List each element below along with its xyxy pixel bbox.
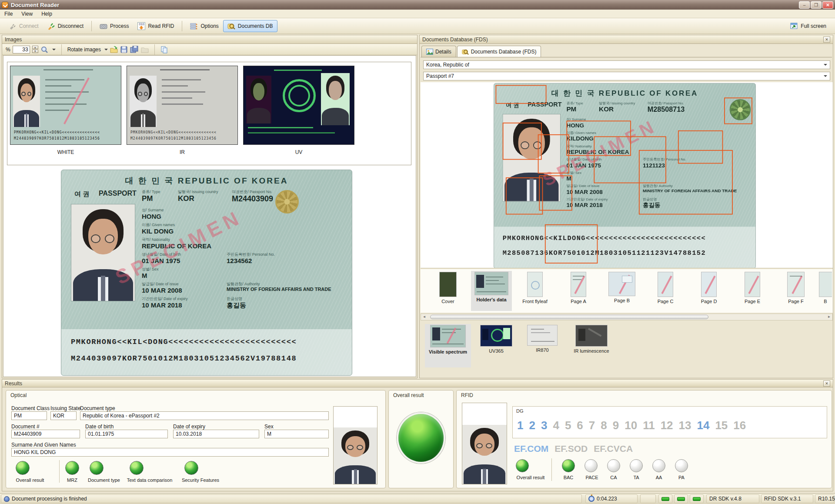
pages-scrollbar[interactable]: ◄ ► [421, 314, 833, 320]
db-passport-image[interactable]: 대 한 민 국 REPUBLIC OF KOREA 여 권 PASSPORT 종… [494, 83, 756, 268]
page-item-holders-data[interactable]: Holder's data [471, 271, 512, 311]
page-item-f[interactable]: Page F [775, 271, 816, 311]
issuing-state-field[interactable]: KOR [50, 411, 77, 420]
rfid-group: RFID DG 12345678910111213141516 EF.COMEF… [456, 390, 832, 488]
pa-led [675, 459, 688, 472]
page-item-clipped[interactable]: B [819, 271, 832, 311]
info-icon [4, 496, 10, 502]
minimize-button[interactable]: – [799, 1, 810, 9]
dg-14[interactable]: 14 [697, 419, 709, 432]
passport-header: 대 한 민 국 REPUBLIC OF KOREA [61, 175, 352, 187]
date-of-expiry-field[interactable]: 10.03.2018 [173, 430, 259, 438]
date-of-birth-label: Date of birth [85, 424, 114, 430]
light-strip: Visible spectrum UV365 IR870 [421, 322, 833, 367]
page-item-cover[interactable]: Cover [428, 271, 468, 311]
scroll-left-arrow[interactable]: ◄ [421, 314, 428, 320]
documents-db-button[interactable]: Documents DB [223, 20, 277, 32]
save-all-icon[interactable] [130, 46, 139, 53]
dg-1[interactable]: 1 [517, 419, 523, 432]
timer-cell: 0:04.223 [585, 494, 638, 503]
tab-details[interactable]: Details [421, 46, 456, 57]
rotate-images-button[interactable]: Rotate images [67, 47, 108, 53]
restore-button[interactable]: ❐ [811, 1, 822, 9]
results-close-icon[interactable]: ✕ [823, 381, 830, 387]
uv365-thumb [480, 325, 512, 347]
thumbnail-ir-label: IR [127, 149, 238, 155]
save-image-icon[interactable] [120, 46, 128, 53]
menu-help[interactable]: Help [37, 10, 57, 18]
overall-result-group: Overall result [388, 390, 454, 488]
page-item-c[interactable]: Page C [645, 271, 686, 311]
scroll-right-arrow[interactable]: ► [826, 314, 832, 320]
open-image-icon[interactable] [110, 46, 118, 53]
zoom-spinner[interactable]: ▲▼ [32, 46, 38, 53]
document-type-led [90, 461, 104, 475]
light-item-ir-luminescence[interactable]: IR luminescence [568, 324, 615, 367]
detection-box [503, 123, 542, 160]
disconnect-button[interactable]: Disconnect [43, 20, 88, 32]
rfid-overall-led [516, 459, 529, 472]
pages-strip: Cover Holder's data Front flyleaf Page A [421, 269, 833, 313]
passport-kr-doc: 여 권 [74, 190, 89, 198]
name-field[interactable]: HONG KIL DONG [11, 448, 329, 457]
light-item-uv365[interactable]: UV365 [475, 324, 517, 367]
detection-box [639, 150, 733, 215]
magnifier-icon[interactable] [40, 46, 48, 53]
document-class-field[interactable]: PM [11, 411, 47, 420]
page-item-a[interactable]: Page A [558, 271, 599, 311]
documents-db-panel: Documents Database (FDS) ✕ Details Docum… [419, 35, 833, 378]
thumbnail-uv[interactable] [243, 66, 354, 145]
page-item-front-flyleaf[interactable]: Front flyleaf [514, 271, 555, 311]
dr-sdk-cell: DR SDK v.4.8 [706, 494, 759, 503]
connect-button[interactable]: Connect [4, 20, 43, 32]
read-rfid-button[interactable]: 010 Read RFID [133, 20, 178, 32]
zoom-value-input[interactable]: 33 [13, 46, 30, 53]
document-type-field[interactable]: Republic of Korea - ePassport #2 [80, 411, 329, 420]
thumbnail-ir[interactable]: PMKORHONG<<KIL<DONG<<<<<<<<<<<<<<< M2440… [127, 66, 238, 145]
ef-com[interactable]: EF.COM [514, 444, 548, 454]
optical-group: Optical Document Class Issuing State Doc… [6, 390, 386, 488]
document-number-field[interactable]: M24403909 [11, 430, 80, 438]
options-button[interactable]: Options [186, 20, 223, 32]
rfid-sdk-cell: RFID SDK v.3.1 [761, 494, 813, 503]
page-item-e[interactable]: Page E [732, 271, 773, 311]
close-button[interactable]: ✕ [822, 1, 833, 9]
document-select[interactable]: Passport #7 [423, 72, 830, 80]
process-button[interactable]: Process [95, 20, 133, 32]
type-value: PM [142, 194, 153, 203]
menu-file[interactable]: File [0, 10, 17, 18]
db-panel-close-icon[interactable]: ✕ [823, 37, 830, 43]
dg-2[interactable]: 2 [529, 419, 535, 432]
sex-field[interactable]: M [264, 430, 329, 438]
tab-documents-database[interactable]: Documents Database (FDS) [457, 46, 541, 57]
page-item-d[interactable]: Page D [688, 271, 729, 311]
copy-icon[interactable] [160, 46, 168, 53]
toolbar-separator [182, 21, 182, 31]
visible-spectrum-thumb [430, 325, 466, 347]
holders-data-thumb [474, 272, 508, 295]
document-select-caret [824, 75, 827, 77]
mrz-led-label: MRZ [67, 477, 77, 483]
mrz-line2: M285087136KOR7501012M18031051121123V1478… [503, 250, 706, 257]
zoom-dropdown-caret[interactable] [52, 49, 56, 50]
window-title: Document Reader [11, 2, 59, 8]
menu-view[interactable]: View [17, 10, 37, 18]
country-select[interactable]: Korea, Republic of [423, 60, 830, 69]
folder-icon[interactable] [141, 46, 149, 53]
title-bar: Document Reader – ❐ ✕ [0, 0, 835, 10]
full-screen-button[interactable]: Full screen [786, 20, 831, 32]
passport-image-white[interactable]: 대 한 민 국 REPUBLIC OF KOREA 여 권 PASSPORT 종… [61, 170, 352, 376]
date-of-birth-field[interactable]: 01.01.1975 [85, 430, 168, 438]
page-item-b[interactable]: Page B [601, 271, 642, 311]
cover-thumb [439, 272, 457, 297]
rfid-led-separator [551, 458, 552, 481]
scrollbar-thumb[interactable] [430, 315, 708, 319]
light-item-visible[interactable]: Visible spectrum [425, 324, 471, 367]
light-item-ir870[interactable]: IR870 [521, 324, 563, 367]
document-type-label: Document type [80, 405, 115, 411]
dg-label: DG [516, 408, 524, 414]
thumbnail-white[interactable]: PMKORHONG<<KIL<DONG<<<<<<<<<<<<<<< M2440… [10, 66, 121, 145]
dg-3[interactable]: 3 [541, 419, 547, 432]
ta-led-label: TA [633, 475, 639, 480]
status-green-led [693, 497, 701, 501]
